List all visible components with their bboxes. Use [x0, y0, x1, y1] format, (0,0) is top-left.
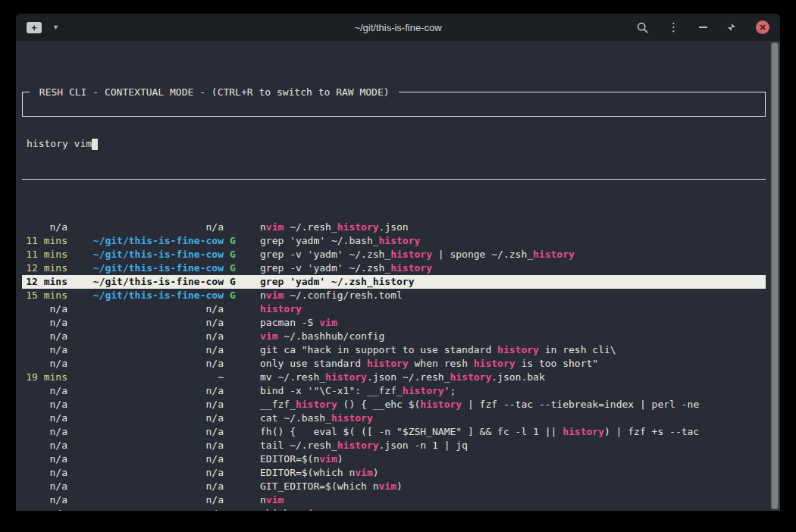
resh-mode-title: RESH CLI - CONTEXTUAL MODE - (CTRL+R to …: [30, 86, 399, 99]
command-match-text: vim: [266, 289, 284, 301]
row-command: cat ~/.bash_history: [260, 412, 373, 424]
row-time: n/a: [22, 398, 67, 412]
history-row[interactable]: 11 mins~/git/this-is-fine-cowGgrep 'yadm…: [22, 234, 766, 248]
command-text: fh() { eval $( ([ -n "$ZSH_NAME" ] && fc…: [260, 426, 563, 437]
row-command: history: [260, 303, 302, 315]
command-match-text: history: [563, 426, 604, 437]
history-row[interactable]: n/an/aEDITOR=$(nvim): [22, 452, 766, 466]
history-row[interactable]: n/an/agit ca "hack in support to use sta…: [22, 343, 766, 357]
row-time: n/a: [22, 302, 67, 316]
history-row[interactable]: n/an/afh() { eval $( ([ -n "$ZSH_NAME" ]…: [22, 425, 766, 439]
row-time: 15 mins: [22, 289, 67, 302]
row-command: EDITOR=$(which nvim): [260, 467, 379, 478]
row-time: n/a: [22, 452, 67, 466]
command-text: pacman -S: [260, 317, 319, 328]
command-text: .json ~/.resh_: [367, 371, 450, 383]
scrollbar-thumb[interactable]: [771, 42, 779, 509]
close-button[interactable]: ✕: [756, 20, 769, 34]
row-command: EDITOR=$(nvim): [260, 453, 343, 465]
terminal-window: + ▼ ~/git/this-is-fine-cow ⋮ ✕ RESH CLI …: [16, 14, 780, 511]
command-text: n: [260, 289, 266, 301]
command-match-text: history: [390, 262, 432, 274]
close-icon: ✕: [759, 23, 766, 32]
minimize-button[interactable]: [699, 27, 707, 28]
restore-icon: [727, 23, 736, 32]
command-text: in resh cli\: [539, 344, 616, 355]
new-tab-plus-icon: +: [31, 23, 37, 33]
history-row[interactable]: n/an/aEDITOR=$(which nvim): [22, 466, 766, 480]
command-match-text: history: [533, 249, 575, 260]
row-flags: G: [230, 234, 260, 248]
history-row-selected[interactable]: 12 mins~/git/this-is-fine-cowGgrep 'yadm…: [22, 275, 766, 289]
restore-button[interactable]: [727, 23, 736, 32]
history-row[interactable]: n/an/atail ~/.resh_history.json -n 1 | j…: [22, 439, 766, 452]
row-command: vim ~/.bashhub/config: [260, 330, 384, 342]
search-icon[interactable]: [637, 22, 648, 33]
command-match-text: history: [403, 385, 444, 396]
command-text: grep -v 'yadm' ~/.zsh_: [260, 262, 390, 274]
menu-kebab-icon[interactable]: ⋮: [668, 20, 679, 34]
row-directory: n/a: [74, 412, 224, 425]
row-command: nvim ~/.resh_history.json: [260, 221, 409, 233]
command-text: EDITOR=$(which n: [260, 467, 355, 478]
command-text: when resh: [409, 358, 474, 369]
history-row[interactable]: 19 mins~mv ~/.resh_history.json ~/.resh_…: [22, 371, 766, 384]
history-row[interactable]: 11 mins~/git/this-is-fine-cowGgrep -v 'y…: [22, 248, 766, 261]
row-directory: ~: [74, 371, 224, 384]
command-match-text: vim: [266, 221, 284, 233]
row-command: git ca "hack in support to use standard …: [260, 344, 616, 355]
resh-search-box[interactable]: RESH CLI - CONTEXTUAL MODE - (CTRL+R to …: [22, 92, 766, 117]
history-row[interactable]: n/an/anvim: [22, 493, 766, 507]
command-text: .json: [379, 221, 409, 233]
command-match-text: history: [450, 371, 491, 383]
row-directory: n/a: [74, 302, 224, 316]
history-row[interactable]: n/an/abind -x '"\C-x1": __fzf_history';: [22, 384, 766, 398]
history-row[interactable]: n/an/acat ~/.bash_history: [22, 412, 766, 425]
terminal-content-area: RESH CLI - CONTEXTUAL MODE - (CTRL+R to …: [16, 41, 780, 511]
scrollbar[interactable]: [769, 41, 780, 511]
history-row[interactable]: n/an/awhich nvim: [22, 507, 766, 511]
command-text: is too short": [516, 358, 599, 369]
history-row[interactable]: n/an/a__fzf_history () { __ehc $(history…: [22, 398, 766, 412]
row-time: n/a: [22, 384, 67, 398]
history-row[interactable]: n/an/aGIT_EDITOR=$(which nvim): [22, 480, 766, 493]
row-directory: n/a: [74, 452, 224, 466]
command-match-text: history: [379, 235, 421, 246]
command-text: ~/.bashhub/config: [277, 330, 384, 342]
command-text: | fzf --tac --tiebreak=index | perl -ne: [462, 399, 699, 410]
history-row[interactable]: 12 mins~/git/this-is-fine-cowGgrep -v 'y…: [22, 261, 766, 275]
history-row[interactable]: n/an/aonly use standard history when res…: [22, 357, 766, 371]
text-cursor: [92, 139, 98, 150]
row-directory: n/a: [74, 398, 224, 412]
row-time: 11 mins: [22, 248, 67, 261]
tab-dropdown-caret-icon[interactable]: ▼: [52, 23, 59, 31]
titlebar: + ▼ ~/git/this-is-fine-cow ⋮ ✕: [16, 14, 780, 41]
history-row[interactable]: n/an/apacman -S vim: [22, 316, 766, 330]
row-time: 12 mins: [22, 261, 67, 275]
command-text: mv ~/.resh_: [260, 371, 325, 383]
row-directory: ~/git/this-is-fine-cow: [74, 248, 224, 261]
command-match-text: history: [390, 249, 432, 260]
command-match-text: history: [337, 440, 379, 451]
command-text: grep -v 'yadm' ~/.zsh_: [260, 249, 390, 260]
command-text: GIT_EDITOR=$(which n: [260, 480, 379, 492]
command-text: ) | fzf +s --tac: [604, 426, 699, 437]
command-text: ): [396, 480, 403, 492]
history-row[interactable]: 15 mins~/git/this-is-fine-cowGnvim ~/.co…: [22, 289, 766, 302]
new-tab-button[interactable]: +: [27, 22, 42, 33]
command-match-text: history: [296, 399, 337, 410]
command-text: ~/.resh_: [284, 221, 337, 233]
row-directory: n/a: [74, 357, 224, 371]
command-text: n: [260, 494, 266, 505]
command-text: cat ~/.bash_: [260, 412, 331, 424]
row-command: nvim ~/.config/resh.toml: [260, 289, 403, 301]
row-directory: n/a: [74, 316, 224, 330]
search-query-input[interactable]: history vim: [27, 137, 92, 151]
row-command: grep -v 'yadm' ~/.zsh_history | sponge ~…: [260, 249, 575, 260]
row-directory: n/a: [74, 221, 224, 234]
history-row[interactable]: n/an/avim ~/.bashhub/config: [22, 330, 766, 343]
row-directory: n/a: [74, 466, 224, 480]
command-match-text: history: [325, 371, 367, 383]
history-row[interactable]: n/an/anvim ~/.resh_history.json: [22, 221, 766, 234]
history-row[interactable]: n/an/ahistory: [22, 302, 766, 316]
